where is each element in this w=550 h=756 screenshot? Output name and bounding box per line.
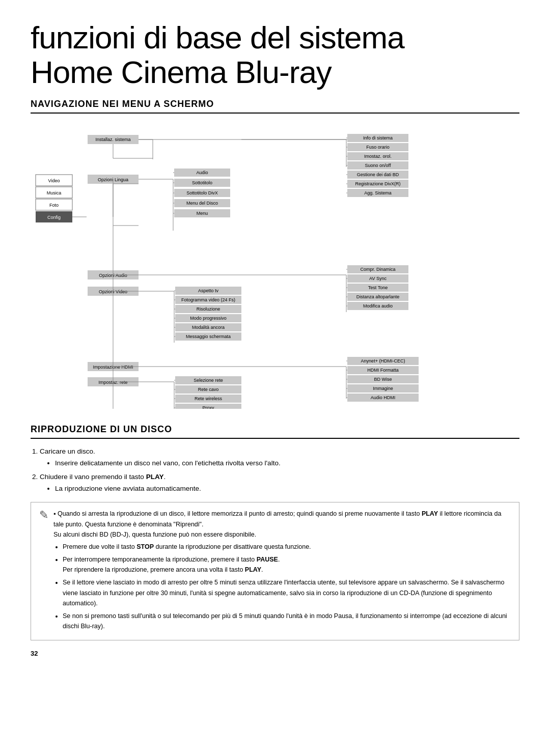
svg-text:Agg. Sistema: Agg. Sistema xyxy=(364,190,392,195)
note-icon: ✎ xyxy=(39,510,48,634)
svg-text:Registrazione DivX(R): Registrazione DivX(R) xyxy=(355,181,400,186)
svg-text:Menu: Menu xyxy=(197,211,208,216)
svg-text:Rete cavo: Rete cavo xyxy=(198,387,219,392)
note-content: ▪ Quando si arresta la riproduzione di u… xyxy=(53,509,511,634)
svg-text:Info di sistema: Info di sistema xyxy=(363,135,393,141)
note3: Per interrompere temporaneamente la ripr… xyxy=(63,554,511,575)
section2-heading: RIPRODUZIONE DI UN DISCO xyxy=(31,424,519,439)
step1-text: Caricare un disco. xyxy=(40,447,95,455)
svg-text:Modalità ancora: Modalità ancora xyxy=(192,325,225,330)
instructions-block: Caricare un disco. Inserire delicatament… xyxy=(31,446,519,495)
section1-heading: NAVIGAZIONE NEI MENU A SCHERMO xyxy=(31,99,519,114)
note2: Premere due volte il tasto STOP durante … xyxy=(63,542,511,552)
svg-text:BD Wise: BD Wise xyxy=(374,377,392,382)
svg-text:Fotogramma video (24 Fs): Fotogramma video (24 Fs) xyxy=(181,297,235,302)
svg-text:Config: Config xyxy=(47,215,61,220)
svg-text:Rete wireless: Rete wireless xyxy=(195,396,223,401)
svg-text:Menu del Disco: Menu del Disco xyxy=(186,201,218,206)
svg-text:Suono on/off: Suono on/off xyxy=(365,163,391,168)
svg-text:Messaggio schermata: Messaggio schermata xyxy=(186,334,231,339)
menu-diagram: .box { fill: #c8c8c8; stroke: none; } .b… xyxy=(31,124,519,409)
svg-text:Imostaz. orol.: Imostaz. orol. xyxy=(364,154,392,159)
svg-text:Sottotitolo: Sottotitolo xyxy=(192,180,212,185)
svg-text:Video: Video xyxy=(48,178,60,183)
diagram-svg: .box { fill: #c8c8c8; stroke: none; } .b… xyxy=(31,124,519,409)
svg-text:Modo progressivo: Modo progressivo xyxy=(190,316,227,321)
svg-text:Risoluzione: Risoluzione xyxy=(197,306,221,312)
page-title: funzioni di base del sistema Home Cinema… xyxy=(31,20,519,90)
svg-text:Audio HDMI: Audio HDMI xyxy=(371,395,396,400)
svg-text:AV Sync: AV Sync xyxy=(369,276,387,281)
svg-text:Fuso orario: Fuso orario xyxy=(366,145,390,150)
svg-text:Installaz. sistema: Installaz. sistema xyxy=(95,137,130,142)
svg-text:Selezione rete: Selezione rete xyxy=(194,378,223,383)
svg-text:Modifica audio: Modifica audio xyxy=(363,303,393,309)
svg-text:Musica: Musica xyxy=(47,190,62,195)
svg-text:Aspetto tv: Aspetto tv xyxy=(198,288,219,293)
svg-text:Anynet+ (HDMI-CEC): Anynet+ (HDMI-CEC) xyxy=(361,358,405,363)
step1: Caricare un disco. Inserire delicatament… xyxy=(40,446,519,469)
svg-text:Gestione dei dati BD: Gestione dei dati BD xyxy=(357,172,399,177)
note1: ▪ Quando si arresta la riproduzione di u… xyxy=(53,509,511,540)
page-number: 32 xyxy=(31,650,519,657)
svg-text:Immagine: Immagine xyxy=(373,386,393,391)
svg-text:Distanza altoparlante: Distanza altoparlante xyxy=(356,294,400,299)
step2: Chiudere il vano premendo il tasto PLAY.… xyxy=(40,471,519,495)
step2-sub: La riproduzione viene avviata automatica… xyxy=(55,483,519,495)
step1-sub: Inserire delicatamente un disco nel vano… xyxy=(55,458,519,469)
svg-text:Test Tone: Test Tone xyxy=(368,285,388,290)
svg-text:Foto: Foto xyxy=(49,203,59,208)
svg-text:Compr. Dinamica: Compr. Dinamica xyxy=(360,267,395,272)
note5: Se non si premono tasti sull'unità o sul… xyxy=(63,611,511,632)
svg-text:Sottotitolo DivX: Sottotitolo DivX xyxy=(186,190,218,195)
note-box: ✎ ▪ Quando si arresta la riproduzione di… xyxy=(31,502,519,640)
step2-text: Chiudere il vano premendo il tasto PLAY. xyxy=(40,473,166,481)
note4: Se il lettore viene lasciato in modo di … xyxy=(63,577,511,609)
svg-text:HDMI Formatta: HDMI Formatta xyxy=(367,368,399,373)
svg-text:Proxy: Proxy xyxy=(202,405,214,409)
svg-text:Audio: Audio xyxy=(196,170,208,175)
